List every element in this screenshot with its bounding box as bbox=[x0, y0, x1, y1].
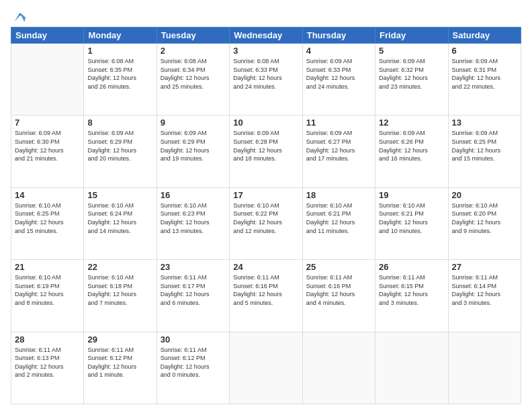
day-number: 4 bbox=[306, 46, 371, 56]
day-info: Sunrise: 6:11 AM Sunset: 6:12 PM Dayligh… bbox=[87, 346, 152, 379]
day-cell: 19Sunrise: 6:10 AM Sunset: 6:21 PM Dayli… bbox=[375, 187, 448, 259]
day-number: 18 bbox=[306, 190, 371, 200]
day-cell bbox=[302, 332, 375, 404]
week-row-1: 1Sunrise: 6:08 AM Sunset: 6:35 PM Daylig… bbox=[11, 44, 521, 116]
day-cell: 17Sunrise: 6:10 AM Sunset: 6:22 PM Dayli… bbox=[230, 187, 302, 259]
day-number: 8 bbox=[87, 118, 152, 128]
day-cell bbox=[448, 332, 521, 404]
week-row-4: 21Sunrise: 6:10 AM Sunset: 6:19 PM Dayli… bbox=[11, 260, 521, 332]
day-cell: 4Sunrise: 6:09 AM Sunset: 6:33 PM Daylig… bbox=[302, 44, 375, 116]
header-row: SundayMondayTuesdayWednesdayThursdayFrid… bbox=[11, 28, 521, 44]
day-info: Sunrise: 6:10 AM Sunset: 6:21 PM Dayligh… bbox=[306, 201, 371, 235]
day-info: Sunrise: 6:09 AM Sunset: 6:29 PM Dayligh… bbox=[161, 129, 226, 163]
day-info: Sunrise: 6:11 AM Sunset: 6:15 PM Dayligh… bbox=[379, 273, 444, 307]
day-number: 9 bbox=[161, 118, 226, 128]
day-number: 7 bbox=[15, 118, 80, 128]
day-number: 20 bbox=[452, 190, 517, 200]
day-cell: 18Sunrise: 6:10 AM Sunset: 6:21 PM Dayli… bbox=[302, 187, 375, 259]
day-number: 13 bbox=[452, 118, 517, 128]
day-number: 29 bbox=[87, 334, 152, 345]
day-info: Sunrise: 6:10 AM Sunset: 6:20 PM Dayligh… bbox=[452, 201, 517, 235]
day-cell: 20Sunrise: 6:10 AM Sunset: 6:20 PM Dayli… bbox=[448, 187, 521, 259]
day-info: Sunrise: 6:09 AM Sunset: 6:28 PM Dayligh… bbox=[233, 129, 298, 163]
day-info: Sunrise: 6:09 AM Sunset: 6:29 PM Dayligh… bbox=[87, 129, 152, 163]
day-cell: 10Sunrise: 6:09 AM Sunset: 6:28 PM Dayli… bbox=[230, 116, 302, 187]
day-info: Sunrise: 6:10 AM Sunset: 6:21 PM Dayligh… bbox=[379, 201, 444, 235]
day-number: 14 bbox=[15, 190, 80, 200]
day-cell bbox=[230, 332, 302, 404]
day-info: Sunrise: 6:10 AM Sunset: 6:19 PM Dayligh… bbox=[15, 273, 80, 307]
day-number: 21 bbox=[15, 262, 80, 272]
day-cell: 25Sunrise: 6:11 AM Sunset: 6:16 PM Dayli… bbox=[302, 260, 375, 332]
day-info: Sunrise: 6:11 AM Sunset: 6:17 PM Dayligh… bbox=[161, 273, 226, 307]
day-cell: 28Sunrise: 6:11 AM Sunset: 6:13 PM Dayli… bbox=[11, 332, 84, 404]
day-info: Sunrise: 6:10 AM Sunset: 6:22 PM Dayligh… bbox=[233, 201, 298, 235]
day-number: 11 bbox=[306, 118, 371, 128]
day-info: Sunrise: 6:11 AM Sunset: 6:16 PM Dayligh… bbox=[306, 273, 371, 307]
day-number: 19 bbox=[379, 190, 444, 200]
day-cell: 2Sunrise: 6:08 AM Sunset: 6:34 PM Daylig… bbox=[157, 44, 229, 116]
day-number: 2 bbox=[161, 46, 226, 56]
day-info: Sunrise: 6:09 AM Sunset: 6:33 PM Dayligh… bbox=[306, 57, 371, 91]
day-number: 15 bbox=[87, 190, 152, 200]
day-number: 27 bbox=[452, 262, 517, 272]
day-cell: 22Sunrise: 6:10 AM Sunset: 6:18 PM Dayli… bbox=[84, 260, 157, 332]
week-row-3: 14Sunrise: 6:10 AM Sunset: 6:25 PM Dayli… bbox=[11, 187, 521, 259]
day-cell: 8Sunrise: 6:09 AM Sunset: 6:29 PM Daylig… bbox=[84, 116, 157, 187]
day-cell: 6Sunrise: 6:09 AM Sunset: 6:31 PM Daylig… bbox=[448, 44, 521, 116]
day-number: 28 bbox=[15, 334, 80, 345]
day-info: Sunrise: 6:10 AM Sunset: 6:18 PM Dayligh… bbox=[87, 273, 152, 307]
day-info: Sunrise: 6:10 AM Sunset: 6:24 PM Dayligh… bbox=[87, 201, 152, 235]
day-number: 23 bbox=[161, 262, 226, 272]
day-info: Sunrise: 6:09 AM Sunset: 6:31 PM Dayligh… bbox=[452, 57, 517, 91]
day-info: Sunrise: 6:08 AM Sunset: 6:35 PM Dayligh… bbox=[87, 57, 152, 91]
day-header-friday: Friday bbox=[375, 28, 448, 44]
day-cell: 5Sunrise: 6:09 AM Sunset: 6:32 PM Daylig… bbox=[375, 44, 448, 116]
day-cell: 9Sunrise: 6:09 AM Sunset: 6:29 PM Daylig… bbox=[157, 116, 229, 187]
day-cell: 16Sunrise: 6:10 AM Sunset: 6:23 PM Dayli… bbox=[157, 187, 229, 259]
day-header-thursday: Thursday bbox=[302, 28, 375, 44]
day-info: Sunrise: 6:09 AM Sunset: 6:26 PM Dayligh… bbox=[379, 129, 444, 163]
day-info: Sunrise: 6:11 AM Sunset: 6:13 PM Dayligh… bbox=[15, 346, 80, 379]
day-cell: 23Sunrise: 6:11 AM Sunset: 6:17 PM Dayli… bbox=[157, 260, 229, 332]
day-info: Sunrise: 6:11 AM Sunset: 6:12 PM Dayligh… bbox=[161, 346, 226, 379]
day-number: 1 bbox=[87, 46, 152, 56]
day-cell: 30Sunrise: 6:11 AM Sunset: 6:12 PM Dayli… bbox=[157, 332, 229, 404]
day-number: 22 bbox=[87, 262, 152, 272]
day-cell: 13Sunrise: 6:09 AM Sunset: 6:25 PM Dayli… bbox=[448, 116, 521, 187]
logo-icon bbox=[12, 11, 26, 24]
day-cell: 7Sunrise: 6:09 AM Sunset: 6:30 PM Daylig… bbox=[11, 116, 84, 187]
day-number: 26 bbox=[379, 262, 444, 272]
day-number: 30 bbox=[161, 334, 226, 345]
header bbox=[11, 8, 521, 24]
week-row-2: 7Sunrise: 6:09 AM Sunset: 6:30 PM Daylig… bbox=[11, 116, 521, 187]
day-info: Sunrise: 6:11 AM Sunset: 6:16 PM Dayligh… bbox=[233, 273, 298, 307]
day-number: 10 bbox=[233, 118, 298, 128]
day-cell: 12Sunrise: 6:09 AM Sunset: 6:26 PM Dayli… bbox=[375, 116, 448, 187]
svg-marker-1 bbox=[20, 13, 26, 21]
day-cell: 21Sunrise: 6:10 AM Sunset: 6:19 PM Dayli… bbox=[11, 260, 84, 332]
day-info: Sunrise: 6:09 AM Sunset: 6:32 PM Dayligh… bbox=[379, 57, 444, 91]
day-number: 24 bbox=[233, 262, 298, 272]
day-number: 12 bbox=[379, 118, 444, 128]
day-info: Sunrise: 6:09 AM Sunset: 6:30 PM Dayligh… bbox=[15, 129, 80, 163]
day-cell bbox=[375, 332, 448, 404]
day-header-tuesday: Tuesday bbox=[157, 28, 229, 44]
logo bbox=[11, 11, 26, 24]
day-number: 25 bbox=[306, 262, 371, 272]
day-cell: 3Sunrise: 6:08 AM Sunset: 6:33 PM Daylig… bbox=[230, 44, 302, 116]
day-header-saturday: Saturday bbox=[448, 28, 521, 44]
day-cell: 29Sunrise: 6:11 AM Sunset: 6:12 PM Dayli… bbox=[84, 332, 157, 404]
day-info: Sunrise: 6:10 AM Sunset: 6:25 PM Dayligh… bbox=[15, 201, 80, 235]
day-info: Sunrise: 6:11 AM Sunset: 6:14 PM Dayligh… bbox=[452, 273, 517, 307]
day-number: 17 bbox=[233, 190, 298, 200]
day-number: 16 bbox=[161, 190, 226, 200]
day-info: Sunrise: 6:08 AM Sunset: 6:34 PM Dayligh… bbox=[161, 57, 226, 91]
calendar-table: SundayMondayTuesdayWednesdayThursdayFrid… bbox=[11, 27, 521, 404]
day-cell bbox=[11, 44, 84, 116]
day-number: 3 bbox=[233, 46, 298, 56]
page: SundayMondayTuesdayWednesdayThursdayFrid… bbox=[0, 0, 532, 411]
day-info: Sunrise: 6:08 AM Sunset: 6:33 PM Dayligh… bbox=[233, 57, 298, 91]
day-cell: 26Sunrise: 6:11 AM Sunset: 6:15 PM Dayli… bbox=[375, 260, 448, 332]
day-cell: 27Sunrise: 6:11 AM Sunset: 6:14 PM Dayli… bbox=[448, 260, 521, 332]
